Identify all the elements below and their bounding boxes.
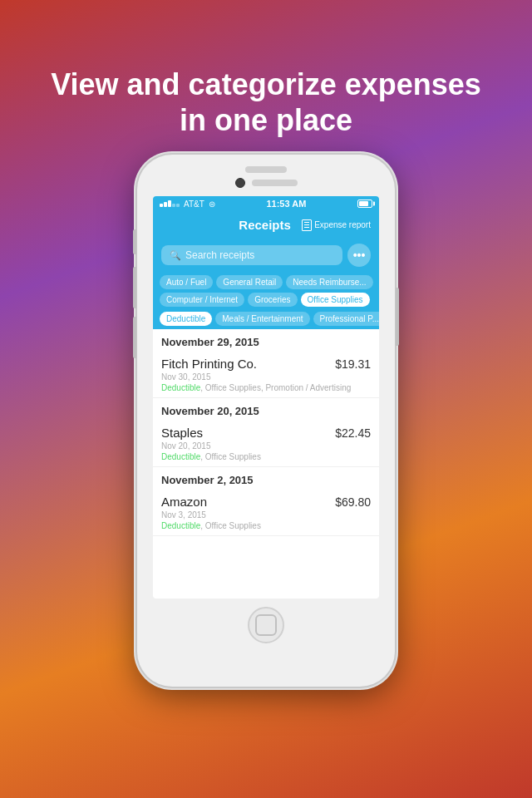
receipt-tags-1: Deductible, Office Supplies, Promotion /…	[161, 383, 371, 392]
receipt-row1-2: Staples $22.45	[161, 426, 371, 440]
tag-other-3: , Office Supplies	[200, 521, 261, 530]
signal-dot-1	[160, 204, 163, 207]
receipt-list: November 29, 2015 Fitch Printing Co. $19…	[153, 329, 379, 536]
receipt-item-2[interactable]: Staples $22.45 Nov 20, 2015 Deductible, …	[153, 421, 379, 467]
signal-dot-5	[176, 204, 180, 207]
tag-deductible-2: Deductible	[161, 452, 200, 461]
signal-dot-2	[164, 202, 167, 207]
date-header-3: November 2, 2015	[153, 467, 379, 490]
volume-up-button	[133, 267, 136, 308]
signal-dot-4	[172, 204, 175, 207]
battery-area	[357, 200, 372, 208]
receipt-date-1: Nov 30, 2015	[161, 372, 371, 382]
merchant-3: Amazon	[161, 495, 207, 509]
amount-3: $69.80	[335, 495, 371, 509]
document-icon	[302, 219, 312, 231]
signal-area: AT&T ⊜	[160, 200, 215, 209]
chip-needs-reimb[interactable]: Needs Reimburse...	[286, 275, 372, 289]
amount-2: $22.45	[335, 426, 371, 440]
headline-text: View and categorize expenses	[51, 67, 481, 101]
phone-camera	[235, 178, 245, 188]
tag-other-1: , Office Supplies, Promotion / Advertisi…	[200, 383, 351, 392]
filter-chips-row3: Deductible Meals / Entertainment Profess…	[153, 312, 379, 329]
signal-dots	[160, 200, 180, 207]
search-icon: 🔍	[170, 250, 181, 261]
chip-auto-fuel[interactable]: Auto / Fuel	[160, 275, 213, 289]
expense-report-label: Expense report	[314, 220, 371, 229]
phone-top	[137, 155, 395, 193]
receipt-tags-2: Deductible, Office Supplies	[161, 452, 371, 461]
search-placeholder-text: Search receipts	[185, 249, 254, 261]
filter-chips-row1: Auto / Fuel General Retail Needs Reimbur…	[153, 272, 379, 293]
search-input-wrap[interactable]: 🔍 Search receipts	[161, 245, 342, 265]
phone-speaker	[245, 166, 287, 173]
merchant-1: Fitch Printing Co.	[161, 357, 257, 371]
tag-deductible-1: Deductible	[161, 383, 200, 392]
receipt-tags-3: Deductible, Office Supplies	[161, 521, 371, 530]
phone-earpiece	[252, 180, 298, 186]
more-options-button[interactable]: •••	[347, 244, 371, 267]
expense-report-button[interactable]: Expense report	[302, 219, 371, 231]
phone-camera-row	[235, 178, 298, 188]
app-title: Receipts	[239, 218, 291, 232]
headline: View and categorize expenses in one plac…	[1, 33, 531, 138]
filter-chips-row2: Computer / Internet Groceries Office Sup…	[153, 293, 379, 312]
chip-office-supplies[interactable]: Office Supplies	[301, 293, 370, 307]
merchant-2: Staples	[161, 426, 203, 440]
status-time: 11:53 AM	[266, 199, 306, 209]
volume-down-button	[133, 317, 136, 358]
power-button	[396, 288, 399, 346]
wifi-icon: ⊜	[209, 200, 215, 209]
chip-general-retail[interactable]: General Retail	[216, 275, 283, 289]
date-header-1: November 29, 2015	[153, 329, 379, 352]
status-bar: AT&T ⊜ 11:53 AM	[153, 196, 379, 211]
app-header: Receipts Expense report	[153, 211, 379, 239]
receipt-row1-1: Fitch Printing Co. $19.31	[161, 357, 371, 371]
battery-fill	[359, 201, 368, 206]
signal-dot-3	[168, 200, 171, 207]
tag-deductible-3: Deductible	[161, 521, 200, 530]
phone-shell: AT&T ⊜ 11:53 AM Receipts Expense report …	[137, 155, 395, 687]
headline-text2: in one place	[180, 103, 352, 137]
carrier-label: AT&T	[184, 200, 204, 209]
home-button[interactable]	[248, 607, 284, 643]
more-dots-label: •••	[353, 249, 366, 262]
chip-meals[interactable]: Meals / Entertainment	[215, 312, 309, 326]
date-header-2: November 20, 2015	[153, 398, 379, 421]
tag-other-2: , Office Supplies	[200, 452, 261, 461]
chip-deductible[interactable]: Deductible	[160, 312, 212, 326]
receipt-item-3[interactable]: Amazon $69.80 Nov 3, 2015 Deductible, Of…	[153, 490, 379, 536]
receipt-row1-3: Amazon $69.80	[161, 495, 371, 509]
battery-icon	[357, 200, 372, 208]
chip-computer[interactable]: Computer / Internet	[160, 293, 244, 307]
chip-groceries[interactable]: Groceries	[248, 293, 297, 307]
search-bar: 🔍 Search receipts •••	[153, 239, 379, 272]
volume-mute-button	[133, 229, 136, 254]
receipt-date-3: Nov 3, 2015	[161, 510, 371, 520]
amount-1: $19.31	[335, 357, 371, 371]
receipt-item-1[interactable]: Fitch Printing Co. $19.31 Nov 30, 2015 D…	[153, 352, 379, 398]
home-button-inner	[255, 614, 277, 636]
phone-screen: AT&T ⊜ 11:53 AM Receipts Expense report …	[153, 196, 379, 598]
chip-professional[interactable]: Professional P...	[313, 312, 379, 326]
receipt-date-2: Nov 20, 2015	[161, 441, 371, 451]
